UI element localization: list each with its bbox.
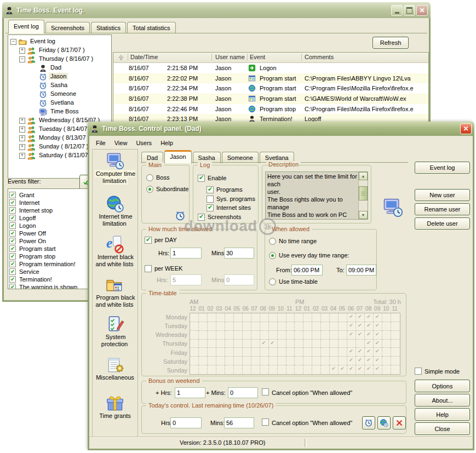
sidebar-item-computer-time[interactable]: Computer time limitation	[93, 152, 137, 185]
tree-item[interactable]: Jason	[8, 72, 111, 81]
filter-item[interactable]: Program start	[8, 245, 93, 253]
expand-toggle[interactable]: +	[19, 118, 25, 124]
tree-item[interactable]: Sasha	[8, 81, 111, 89]
sidebar-item-internet-time[interactable]: Internet time limitation	[93, 194, 137, 227]
add-time-button[interactable]	[362, 416, 375, 429]
internet-sites-checkbox[interactable]	[207, 204, 214, 211]
expand-toggle[interactable]: +	[19, 48, 25, 54]
new-user-button[interactable]: New user	[415, 189, 470, 201]
filter-item[interactable]: Logoff	[8, 214, 93, 222]
checkbox-checked[interactable]	[9, 222, 16, 229]
tree-item[interactable]: −Event log	[8, 37, 111, 45]
expand-toggle[interactable]: +	[19, 127, 25, 133]
close-window-button[interactable]: Close	[415, 422, 470, 435]
sidebar-item-internet-lists[interactable]: e Internet black and white lists	[93, 235, 137, 268]
tree-item[interactable]: −Thursday ( 8/16/07 )	[8, 54, 111, 63]
tab-user-jason[interactable]: Jason	[164, 150, 191, 163]
filter-item[interactable]: Internet	[8, 199, 93, 207]
from-time-input[interactable]	[291, 265, 323, 276]
bonus-mins-input[interactable]	[228, 387, 258, 398]
filter-item[interactable]: Power On	[8, 237, 93, 245]
every-day-range-radio[interactable]	[269, 252, 276, 259]
enable-checkbox[interactable]	[198, 175, 205, 182]
sidebar-item-system-protection[interactable]: System protection	[93, 315, 137, 348]
event-log-titlebar[interactable]: Time Boss. Event log. ✕	[2, 2, 431, 18]
today-mins-input[interactable]	[224, 417, 254, 428]
expand-toggle[interactable]: +	[19, 153, 25, 159]
reset-time-button[interactable]	[393, 416, 406, 429]
column-header-datetime[interactable]: Date/Time	[130, 54, 158, 60]
refresh-button[interactable]: Refresh	[372, 37, 409, 49]
subordinate-radio[interactable]	[146, 186, 153, 193]
scroll-up-arrow[interactable]: ▲	[359, 172, 368, 180]
checkbox-checked[interactable]	[9, 238, 16, 244]
today-hrs-input[interactable]	[170, 417, 202, 428]
day-hrs-input[interactable]	[170, 248, 202, 259]
description-textarea[interactable]: Here you can set the time limit for each…	[265, 171, 368, 220]
checkbox-checked[interactable]	[9, 199, 16, 206]
add-internet-time-button[interactable]	[377, 416, 391, 429]
expand-toggle[interactable]: +	[19, 135, 25, 141]
filter-item[interactable]: Grant	[8, 191, 93, 199]
checkbox-checked[interactable]	[9, 253, 16, 260]
checkbox-checked[interactable]	[9, 284, 16, 289]
sidebar-item-miscellaneous[interactable]: Miscellaneous	[93, 355, 137, 381]
menu-help[interactable]: Help	[156, 139, 177, 147]
table-row[interactable]: 8/16/072:21:58 PMJasonLogon	[113, 63, 428, 73]
close-button[interactable]: ✕	[460, 123, 472, 134]
minimize-button[interactable]	[391, 5, 403, 16]
filter-item[interactable]: Program stop	[8, 253, 93, 260]
filter-item[interactable]: Logon	[8, 222, 93, 230]
filter-item[interactable]: Power Off	[8, 230, 93, 237]
today-cancel-checkbox[interactable]	[262, 418, 269, 426]
per-week-checkbox[interactable]	[145, 265, 152, 272]
tree-item[interactable]: Svetlana	[8, 98, 111, 107]
collapse-toggle[interactable]: −	[19, 56, 25, 62]
close-button[interactable]: ✕	[416, 5, 428, 16]
column-header-username[interactable]: User name	[215, 54, 245, 60]
column-header-event[interactable]: Event	[250, 54, 265, 60]
about-button[interactable]: About...	[415, 394, 470, 406]
filter-item[interactable]: Internet stop	[8, 207, 93, 214]
tree-item[interactable]: Dad	[8, 63, 111, 72]
checkbox-checked[interactable]	[9, 207, 16, 214]
collapse-toggle[interactable]: −	[10, 39, 16, 45]
no-time-range-radio[interactable]	[269, 238, 276, 245]
filter-item[interactable]: The warning is shown	[8, 283, 93, 289]
sys-programs-checkbox[interactable]	[207, 196, 214, 203]
help-button[interactable]: Help	[415, 408, 470, 421]
menu-view[interactable]: View	[110, 139, 132, 147]
table-row[interactable]: 8/16/072:22:46 PMJasonProgram stopC:\Pro…	[113, 104, 428, 114]
checkbox-checked[interactable]	[9, 215, 16, 221]
simple-mode-checkbox[interactable]	[415, 368, 422, 375]
boss-radio[interactable]	[146, 174, 153, 181]
expand-toggle[interactable]: +	[19, 144, 25, 150]
events-table-header[interactable]: Date/Time User name Event Comments	[113, 53, 428, 63]
description-scrollbar[interactable]: ▲ ▼	[358, 172, 368, 219]
tab-user-someone[interactable]: Someone	[222, 152, 259, 163]
tree-item[interactable]: +Friday ( 8/17/07 )	[8, 45, 111, 54]
sidebar-item-time-grants[interactable]: Time grants	[93, 394, 137, 420]
tab-event-log[interactable]: Event log	[8, 20, 44, 33]
options-button[interactable]: Options	[415, 380, 470, 392]
table-row[interactable]: 8/16/072:22:34 PMJasonProgram startC:\Pr…	[113, 83, 428, 94]
delete-user-button[interactable]: Delete user	[415, 217, 470, 230]
checkbox-checked[interactable]	[9, 268, 16, 275]
table-row[interactable]: 8/16/072:22:38 PMJasonProgram startC:\GA…	[113, 94, 428, 104]
column-header-comments[interactable]: Comments	[305, 54, 334, 60]
to-time-input[interactable]	[346, 265, 376, 276]
checkbox-checked[interactable]	[9, 261, 16, 267]
menu-file[interactable]: File	[91, 139, 110, 147]
table-row[interactable]: 8/16/072:22:02 PMJasonProgram startC:\Pr…	[113, 73, 428, 84]
tab-statistics[interactable]: Statistics	[91, 22, 126, 33]
menu-users[interactable]: Users	[131, 139, 156, 147]
programs-checkbox[interactable]	[207, 186, 214, 193]
filter-item[interactable]: Termination!	[8, 276, 93, 283]
checkbox-checked[interactable]	[9, 245, 16, 252]
rename-user-button[interactable]: Rename user	[415, 203, 470, 215]
sidebar-item-program-lists[interactable]: Program black and white lists	[93, 276, 137, 308]
filter-item[interactable]: Service	[8, 268, 93, 276]
checkbox-checked[interactable]	[9, 230, 16, 237]
scrollbar-thumb[interactable]	[359, 186, 368, 200]
bonus-hrs-input[interactable]	[175, 387, 205, 398]
